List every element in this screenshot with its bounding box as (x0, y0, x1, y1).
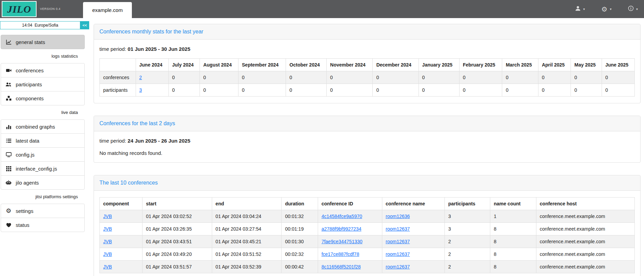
conference-name-cell: room12637 (382, 223, 444, 235)
end-cell: 01 Apr 2024 03:45:21 (212, 235, 282, 248)
sidebar-item-general-stats[interactable]: general stats (1, 35, 85, 49)
main-content: Conferences monthly stats for the last y… (89, 18, 644, 276)
robot-icon (5, 180, 12, 186)
start-cell: 01 Apr 2024 03:02:52 (142, 210, 212, 223)
sidebar-item-conferences[interactable]: conferences (1, 63, 85, 77)
stat-cell: 0 (502, 84, 538, 97)
component-cell: JVB (100, 261, 142, 273)
column-header: July 2024 (168, 59, 200, 71)
sidebar-item-interface-config-js[interactable]: interface_config.js (1, 161, 85, 176)
chevron-down-icon: ▾ (610, 7, 612, 11)
table-header-row: June 2024July 2024August 2024September 2… (100, 59, 635, 71)
topbar-menus: ▾ ⚙ ▾ ▾ (575, 0, 638, 18)
end-cell: 01 Apr 2024 03:04:24 (212, 210, 282, 223)
column-header: end (212, 198, 282, 210)
duration-cell: 00:01:19 (282, 223, 318, 235)
sidebar-item-status[interactable]: status (1, 218, 85, 232)
end-cell: 01 Apr 2024 03:52:39 (212, 261, 282, 273)
conference-row: JVB 01 Apr 2024 03:43:51 01 Apr 2024 03:… (100, 235, 635, 248)
user-menu[interactable]: ▾ (575, 5, 585, 13)
version-label: VERSION 0.4 (40, 7, 60, 11)
conference-name-link[interactable]: room12637 (386, 251, 410, 257)
component-link[interactable]: JVB (103, 251, 112, 257)
gear-icon: ⚙ (601, 6, 607, 13)
monthly-stats-table: June 2024July 2024August 2024September 2… (99, 58, 635, 97)
component-cell: JVB (100, 235, 142, 248)
column-header: September 2024 (238, 59, 286, 71)
conference-id-link[interactable]: 8c116568f5201f28 (321, 264, 361, 270)
participants-cell: 2 (445, 248, 490, 261)
component-cell: JVB (100, 248, 142, 261)
conference-name-cell: room12637 (382, 248, 444, 261)
stat-cell: 0 (168, 71, 200, 84)
sidebar-item-combined-graphs[interactable]: combined graphs (1, 119, 85, 134)
clock-display: 14:04 Europe/Sofia (0, 21, 80, 29)
conference-name-link[interactable]: room12637 (386, 264, 410, 270)
name-count-cell: 1 (490, 210, 536, 223)
table-row-conferences: conferences 2 000000000000 (100, 71, 635, 84)
sidebar-item-label: settings (16, 208, 33, 214)
conference-host-cell: conference.meet.example.com (536, 248, 634, 261)
component-link[interactable]: JVB (103, 214, 112, 219)
column-header: October 2024 (286, 59, 327, 71)
conference-name-link[interactable]: room12637 (386, 226, 410, 232)
list-icon (5, 138, 12, 144)
component-link[interactable]: JVB (103, 239, 112, 244)
card-monthly-stats: Conferences monthly stats for the last y… (94, 24, 641, 103)
conference-id-link[interactable]: fce17ce887fcdf78 (321, 251, 359, 257)
sidebar-item-label: status (16, 222, 29, 228)
stat-cell: 0 (602, 84, 634, 97)
nav-group-general: general stats (1, 35, 85, 49)
conference-id-link[interactable]: a2788f9bf9927234 (321, 226, 361, 232)
stat-cell: 0 (238, 84, 286, 97)
sidebar-collapse-button[interactable]: << (80, 21, 89, 29)
end-cell: 01 Apr 2024 03:51:52 (212, 248, 282, 261)
sidebar-item-latest-data[interactable]: latest data (1, 133, 85, 148)
conference-id-link[interactable]: 7fae9ce344751330 (321, 239, 362, 244)
column-header: conference ID (318, 198, 382, 210)
time-period-value: 01 Jun 2025 - 30 Jun 2025 (128, 46, 190, 52)
card-body: time period: 01 Jun 2025 - 30 Jun 2025 J… (94, 40, 640, 103)
stat-cell: 0 (286, 84, 327, 97)
tab-example-com[interactable]: example.com (83, 2, 132, 18)
stat-cell: 0 (200, 71, 238, 84)
column-header: April 2025 (538, 59, 571, 71)
table-row-participants: participants 3 000000000000 (100, 84, 635, 97)
participants-cell: 2 (445, 235, 490, 248)
info-menu[interactable]: ▾ (628, 5, 638, 13)
participants-count-link[interactable]: 3 (139, 87, 142, 93)
conference-name-link[interactable]: room12636 (386, 214, 410, 219)
column-header: component (100, 198, 142, 210)
stat-cell: 2 (136, 71, 168, 84)
card-body: componentstartenddurationconference IDco… (94, 191, 640, 276)
sidebar-nav: general stats logs statistics conference… (0, 35, 89, 232)
sidebar-item-jilo-agents[interactable]: jilo agents (1, 175, 85, 190)
card-header: The last 10 conferences (94, 175, 640, 191)
last-10-tbody: JVB 01 Apr 2024 03:02:52 01 Apr 2024 03:… (100, 210, 635, 273)
video-camera-icon (5, 68, 12, 73)
name-count-cell: 8 (490, 261, 536, 273)
component-link[interactable]: JVB (103, 264, 112, 270)
conferences-count-link[interactable]: 2 (139, 75, 142, 80)
sidebar-item-participants[interactable]: participants (1, 77, 85, 91)
conference-id-link[interactable]: 4c14584fce9a5970 (321, 214, 362, 219)
stat-cell: 0 (459, 71, 502, 84)
column-header: May 2025 (571, 59, 602, 71)
conference-row: JVB 01 Apr 2024 03:26:35 01 Apr 2024 03:… (100, 223, 635, 235)
conference-name-cell: room12637 (382, 235, 444, 248)
conference-id-cell: 4c14584fce9a5970 (318, 210, 382, 223)
settings-menu[interactable]: ⚙ ▾ (601, 6, 612, 13)
sidebar-item-settings[interactable]: ⚙ settings (1, 204, 85, 218)
stat-cell: 0 (538, 84, 571, 97)
start-cell: 01 Apr 2024 03:26:35 (142, 223, 212, 235)
stat-cell: 0 (571, 71, 602, 84)
sidebar-item-components[interactable]: components (1, 91, 85, 105)
last-10-conferences-table: componentstartenddurationconference IDco… (99, 197, 635, 273)
chevron-down-icon: ▾ (583, 7, 585, 11)
component-link[interactable]: JVB (103, 226, 112, 232)
column-header: start (142, 198, 212, 210)
sidebar-item-config-js[interactable]: config.js (1, 147, 85, 162)
participants-cell: 3 (445, 210, 490, 223)
conference-name-link[interactable]: room12637 (386, 239, 410, 244)
sidebar-item-label: config.js (16, 152, 35, 158)
